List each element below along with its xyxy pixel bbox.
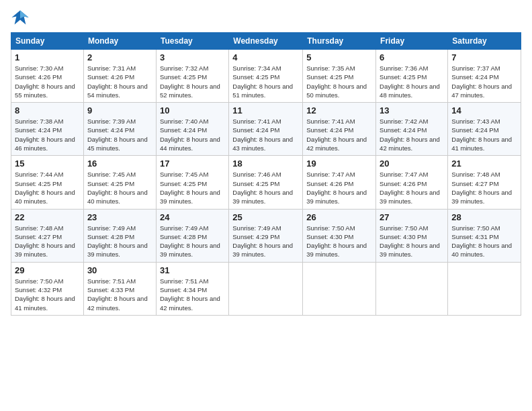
col-header-friday: Friday xyxy=(376,33,448,50)
week-row-1: 1Sunrise: 7:30 AMSunset: 4:26 PMDaylight… xyxy=(11,50,521,103)
day-number: 10 xyxy=(160,105,225,116)
day-info: Sunrise: 7:38 AMSunset: 4:24 PMDaylight:… xyxy=(15,117,80,152)
week-row-4: 22Sunrise: 7:48 AMSunset: 4:27 PMDayligh… xyxy=(11,209,521,262)
calendar-cell: 29Sunrise: 7:50 AMSunset: 4:32 PMDayligh… xyxy=(11,262,84,315)
calendar-cell: 22Sunrise: 7:48 AMSunset: 4:27 PMDayligh… xyxy=(11,209,84,262)
day-number: 19 xyxy=(306,158,372,169)
calendar-cell: 5Sunrise: 7:35 AMSunset: 4:25 PMDaylight… xyxy=(303,50,376,103)
day-number: 1 xyxy=(15,52,80,62)
calendar-cell: 30Sunrise: 7:51 AMSunset: 4:33 PMDayligh… xyxy=(83,262,156,315)
col-header-saturday: Saturday xyxy=(448,33,521,50)
calendar-cell: 9Sunrise: 7:39 AMSunset: 4:24 PMDaylight… xyxy=(83,103,156,156)
calendar-cell: 15Sunrise: 7:44 AMSunset: 4:25 PMDayligh… xyxy=(11,156,84,209)
calendar-cell: 24Sunrise: 7:49 AMSunset: 4:28 PMDayligh… xyxy=(156,209,228,262)
calendar-cell: 16Sunrise: 7:45 AMSunset: 4:25 PMDayligh… xyxy=(83,156,156,209)
day-info: Sunrise: 7:39 AMSunset: 4:24 PMDaylight:… xyxy=(87,117,152,152)
calendar: SundayMondayTuesdayWednesdayThursdayFrid… xyxy=(11,32,521,316)
calendar-cell xyxy=(448,262,521,315)
day-number: 15 xyxy=(15,158,80,169)
calendar-cell: 17Sunrise: 7:45 AMSunset: 4:25 PMDayligh… xyxy=(156,156,228,209)
calendar-cell: 11Sunrise: 7:41 AMSunset: 4:24 PMDayligh… xyxy=(229,103,303,156)
day-info: Sunrise: 7:44 AMSunset: 4:25 PMDaylight:… xyxy=(15,170,80,205)
day-info: Sunrise: 7:49 AMSunset: 4:28 PMDaylight:… xyxy=(87,224,152,259)
calendar-cell xyxy=(303,262,376,315)
calendar-cell: 12Sunrise: 7:41 AMSunset: 4:24 PMDayligh… xyxy=(303,103,376,156)
calendar-cell: 31Sunrise: 7:51 AMSunset: 4:34 PMDayligh… xyxy=(156,262,228,315)
calendar-cell: 28Sunrise: 7:50 AMSunset: 4:31 PMDayligh… xyxy=(448,209,521,262)
day-number: 11 xyxy=(232,105,299,116)
calendar-cell: 10Sunrise: 7:40 AMSunset: 4:24 PMDayligh… xyxy=(156,103,228,156)
col-header-tuesday: Tuesday xyxy=(156,33,228,50)
day-number: 14 xyxy=(451,105,517,116)
calendar-cell: 21Sunrise: 7:48 AMSunset: 4:27 PMDayligh… xyxy=(448,156,521,209)
day-number: 3 xyxy=(160,52,225,62)
day-info: Sunrise: 7:40 AMSunset: 4:24 PMDaylight:… xyxy=(160,117,225,152)
day-number: 9 xyxy=(87,105,152,116)
calendar-cell: 13Sunrise: 7:42 AMSunset: 4:24 PMDayligh… xyxy=(376,103,448,156)
day-info: Sunrise: 7:49 AMSunset: 4:28 PMDaylight:… xyxy=(160,224,225,259)
day-number: 23 xyxy=(87,212,152,222)
calendar-cell: 1Sunrise: 7:30 AMSunset: 4:26 PMDaylight… xyxy=(11,50,84,103)
day-info: Sunrise: 7:50 AMSunset: 4:30 PMDaylight:… xyxy=(380,224,444,259)
day-number: 27 xyxy=(380,212,444,222)
day-info: Sunrise: 7:31 AMSunset: 4:26 PMDaylight:… xyxy=(87,64,152,99)
week-row-5: 29Sunrise: 7:50 AMSunset: 4:32 PMDayligh… xyxy=(11,262,521,315)
day-number: 13 xyxy=(380,105,444,116)
col-header-sunday: Sunday xyxy=(11,33,84,50)
calendar-cell: 25Sunrise: 7:49 AMSunset: 4:29 PMDayligh… xyxy=(229,209,303,262)
day-info: Sunrise: 7:43 AMSunset: 4:24 PMDaylight:… xyxy=(451,117,517,152)
calendar-cell: 19Sunrise: 7:47 AMSunset: 4:26 PMDayligh… xyxy=(303,156,376,209)
day-info: Sunrise: 7:50 AMSunset: 4:30 PMDaylight:… xyxy=(306,224,372,259)
day-info: Sunrise: 7:48 AMSunset: 4:27 PMDaylight:… xyxy=(451,170,517,205)
calendar-cell: 7Sunrise: 7:37 AMSunset: 4:24 PMDaylight… xyxy=(448,50,521,103)
day-number: 24 xyxy=(160,212,225,222)
day-number: 28 xyxy=(451,212,517,222)
day-info: Sunrise: 7:50 AMSunset: 4:32 PMDaylight:… xyxy=(15,277,80,312)
calendar-cell: 6Sunrise: 7:36 AMSunset: 4:25 PMDaylight… xyxy=(376,50,448,103)
calendar-cell xyxy=(376,262,448,315)
day-info: Sunrise: 7:45 AMSunset: 4:25 PMDaylight:… xyxy=(87,170,152,205)
col-header-thursday: Thursday xyxy=(303,33,376,50)
calendar-header-row: SundayMondayTuesdayWednesdayThursdayFrid… xyxy=(11,33,521,50)
col-header-monday: Monday xyxy=(83,33,156,50)
calendar-cell: 3Sunrise: 7:32 AMSunset: 4:25 PMDaylight… xyxy=(156,50,228,103)
day-number: 22 xyxy=(15,212,80,222)
day-number: 2 xyxy=(87,52,152,62)
day-number: 31 xyxy=(160,265,225,275)
day-number: 7 xyxy=(451,52,517,62)
calendar-cell: 20Sunrise: 7:47 AMSunset: 4:26 PMDayligh… xyxy=(376,156,448,209)
calendar-cell: 26Sunrise: 7:50 AMSunset: 4:30 PMDayligh… xyxy=(303,209,376,262)
day-info: Sunrise: 7:30 AMSunset: 4:26 PMDaylight:… xyxy=(15,64,80,99)
day-number: 29 xyxy=(15,265,80,275)
day-number: 25 xyxy=(232,212,299,222)
calendar-cell xyxy=(229,262,303,315)
day-number: 6 xyxy=(380,52,444,62)
day-info: Sunrise: 7:34 AMSunset: 4:25 PMDaylight:… xyxy=(232,64,299,99)
day-number: 26 xyxy=(306,212,372,222)
day-info: Sunrise: 7:50 AMSunset: 4:31 PMDaylight:… xyxy=(451,224,517,259)
day-info: Sunrise: 7:48 AMSunset: 4:27 PMDaylight:… xyxy=(15,224,80,259)
logo-icon xyxy=(11,8,30,27)
day-number: 5 xyxy=(306,52,372,62)
calendar-cell: 23Sunrise: 7:49 AMSunset: 4:28 PMDayligh… xyxy=(83,209,156,262)
day-info: Sunrise: 7:47 AMSunset: 4:26 PMDaylight:… xyxy=(306,170,372,205)
day-info: Sunrise: 7:49 AMSunset: 4:29 PMDaylight:… xyxy=(232,224,299,259)
day-info: Sunrise: 7:51 AMSunset: 4:33 PMDaylight:… xyxy=(87,277,152,312)
svg-marker-1 xyxy=(20,11,29,19)
day-info: Sunrise: 7:47 AMSunset: 4:26 PMDaylight:… xyxy=(380,170,444,205)
calendar-cell: 4Sunrise: 7:34 AMSunset: 4:25 PMDaylight… xyxy=(229,50,303,103)
col-header-wednesday: Wednesday xyxy=(229,33,303,50)
day-info: Sunrise: 7:41 AMSunset: 4:24 PMDaylight:… xyxy=(306,117,372,152)
day-number: 21 xyxy=(451,158,517,169)
day-number: 16 xyxy=(87,158,152,169)
day-number: 20 xyxy=(380,158,444,169)
header xyxy=(11,8,521,27)
calendar-cell: 2Sunrise: 7:31 AMSunset: 4:26 PMDaylight… xyxy=(83,50,156,103)
day-info: Sunrise: 7:42 AMSunset: 4:24 PMDaylight:… xyxy=(380,117,444,152)
day-number: 18 xyxy=(232,158,299,169)
day-info: Sunrise: 7:32 AMSunset: 4:25 PMDaylight:… xyxy=(160,64,225,99)
calendar-cell: 14Sunrise: 7:43 AMSunset: 4:24 PMDayligh… xyxy=(448,103,521,156)
day-info: Sunrise: 7:46 AMSunset: 4:25 PMDaylight:… xyxy=(232,170,299,205)
day-number: 8 xyxy=(15,105,80,116)
day-info: Sunrise: 7:45 AMSunset: 4:25 PMDaylight:… xyxy=(160,170,225,205)
